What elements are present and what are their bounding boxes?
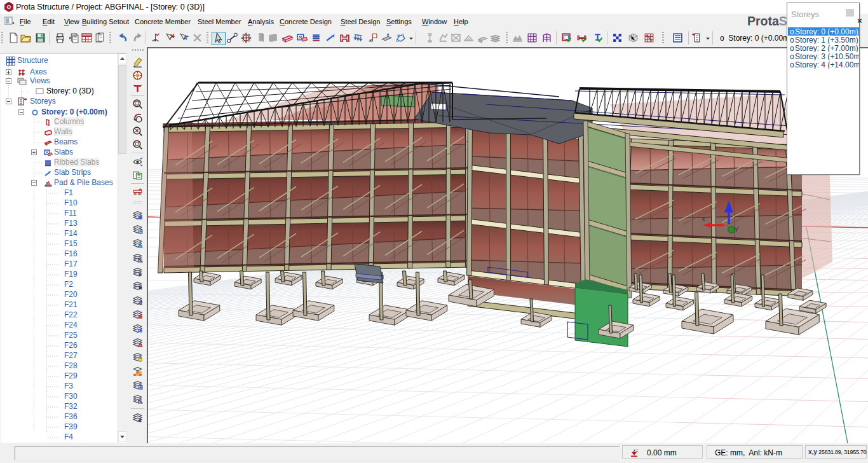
svg-text:X: X — [702, 216, 705, 223]
svg-text:Y: Y — [734, 226, 739, 233]
svg-text:A: A — [139, 418, 142, 423]
